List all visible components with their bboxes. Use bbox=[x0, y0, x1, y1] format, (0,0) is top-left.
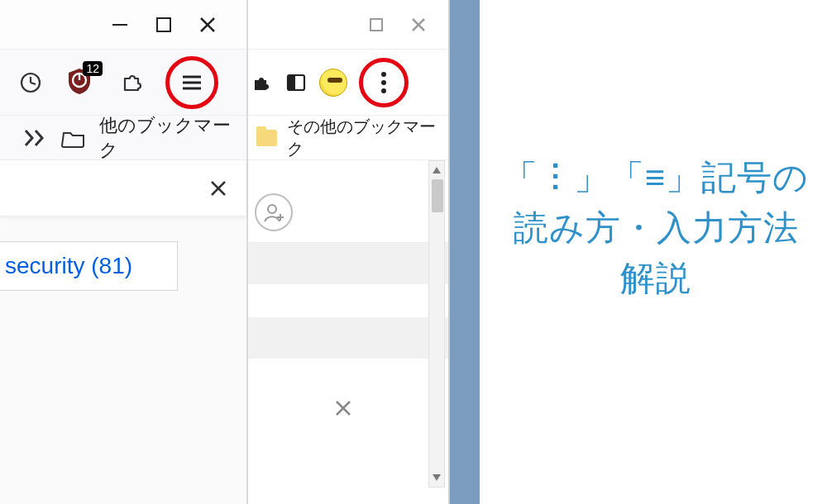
svg-rect-18 bbox=[288, 75, 295, 90]
list-row-placeholder bbox=[238, 243, 448, 284]
firefox-bookmarks-bar: 他のブックマーク bbox=[0, 116, 246, 160]
add-person-icon[interactable] bbox=[255, 193, 293, 231]
svg-marker-27 bbox=[433, 167, 441, 174]
svg-line-6 bbox=[31, 83, 36, 84]
svg-point-21 bbox=[381, 88, 386, 93]
hamburger-highlight bbox=[165, 56, 218, 109]
panel-close-row bbox=[0, 160, 246, 216]
title-line-1: 「︙」「≡」記号の bbox=[495, 153, 817, 203]
tag-label: security (81) bbox=[5, 253, 132, 279]
extension-icon[interactable] bbox=[248, 70, 273, 95]
close-icon[interactable] bbox=[331, 396, 356, 421]
kebab-highlight bbox=[359, 58, 409, 107]
clock-icon[interactable] bbox=[18, 70, 43, 95]
article-title: 「︙」「≡」記号の 読み方・入力方法 解説 bbox=[495, 153, 817, 304]
tag-security[interactable]: security (81) bbox=[0, 241, 178, 291]
scrollbar-thumb[interactable] bbox=[432, 179, 443, 212]
vertical-scrollbar[interactable] bbox=[428, 160, 445, 487]
maximize-icon[interactable] bbox=[154, 15, 174, 35]
svg-point-20 bbox=[381, 80, 386, 85]
chrome-titlebar bbox=[238, 0, 448, 50]
puzzle-icon[interactable] bbox=[119, 70, 144, 95]
chrome-bookmarks-bar: その他のブックマーク bbox=[238, 116, 448, 160]
title-line-2: 読み方・入力方法 bbox=[495, 203, 817, 254]
spacer bbox=[238, 284, 448, 317]
folder-outline-icon[interactable] bbox=[61, 127, 86, 149]
close-icon[interactable] bbox=[409, 15, 428, 35]
svg-marker-28 bbox=[433, 474, 441, 481]
scroll-up-arrow-icon[interactable] bbox=[429, 161, 444, 179]
profile-avatar-icon[interactable] bbox=[319, 69, 347, 97]
list-row-placeholder bbox=[238, 317, 448, 359]
other-bookmarks-label[interactable]: 他のブックマーク bbox=[99, 113, 246, 163]
close-icon[interactable] bbox=[197, 14, 218, 36]
scroll-down-arrow-icon[interactable] bbox=[429, 468, 444, 487]
vertical-divider bbox=[450, 0, 480, 504]
title-line-3: 解説 bbox=[495, 254, 817, 304]
svg-point-22 bbox=[268, 205, 276, 213]
firefox-window: 12 他のブックマーク s bbox=[0, 0, 248, 504]
kebab-menu-icon[interactable] bbox=[373, 69, 394, 97]
folder-icon[interactable] bbox=[256, 130, 277, 146]
minimize-icon[interactable] bbox=[109, 14, 131, 36]
firefox-titlebar bbox=[0, 0, 246, 50]
hamburger-menu-icon[interactable] bbox=[178, 69, 206, 97]
close-icon[interactable] bbox=[207, 177, 230, 200]
close-row bbox=[238, 359, 448, 458]
chrome-toolbar bbox=[238, 50, 448, 116]
chrome-content-top bbox=[238, 160, 448, 243]
ublock-shield-icon[interactable]: 12 bbox=[65, 66, 98, 99]
svg-point-19 bbox=[381, 72, 386, 77]
extension-badge: 12 bbox=[83, 61, 103, 76]
maximize-icon[interactable] bbox=[367, 16, 385, 34]
side-panel-icon[interactable] bbox=[284, 71, 308, 94]
chrome-window: その他のブックマーク bbox=[238, 0, 450, 504]
svg-rect-14 bbox=[370, 19, 382, 31]
chevrons-right-icon[interactable] bbox=[23, 127, 48, 149]
article-thumbnail: 12 他のブックマーク s bbox=[0, 0, 827, 504]
firefox-toolbar: 12 bbox=[0, 50, 246, 116]
other-bookmarks-label[interactable]: その他のブックマーク bbox=[287, 116, 448, 160]
svg-rect-1 bbox=[157, 18, 170, 31]
